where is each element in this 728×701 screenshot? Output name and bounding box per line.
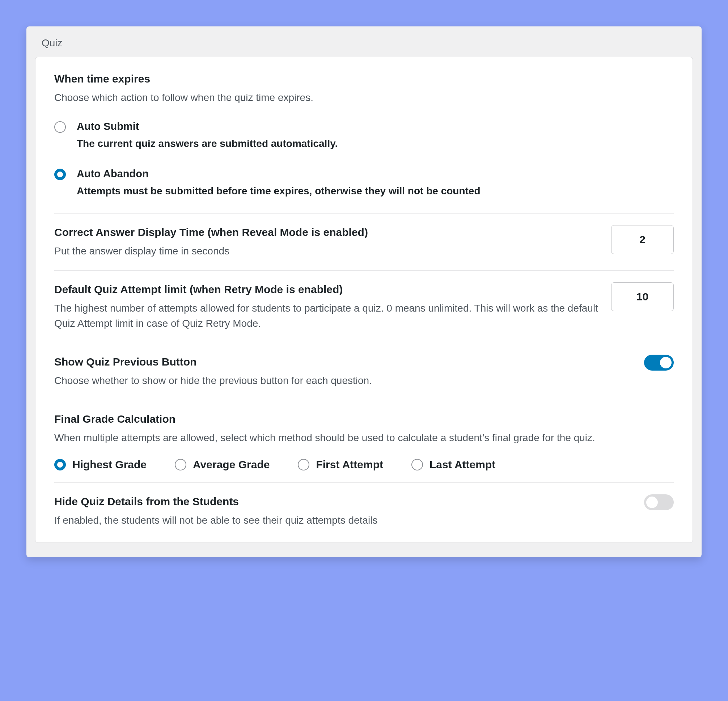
radio-label: First Attempt	[316, 458, 383, 471]
attempt-limit-title: Default Quiz Attempt limit (when Retry M…	[54, 282, 599, 296]
quiz-settings-panel: Quiz When time expires Choose which acti…	[26, 26, 702, 557]
time-expires-options: Auto Submit The current quiz answers are…	[54, 120, 674, 202]
settings-card: When time expires Choose which action to…	[35, 57, 693, 543]
radio-auto-submit[interactable]: Auto Submit The current quiz answers are…	[54, 120, 674, 150]
radio-average-grade[interactable]: Average Grade	[175, 458, 270, 471]
radio-first-attempt[interactable]: First Attempt	[298, 458, 383, 471]
radio-icon	[54, 459, 66, 470]
time-expires-desc: Choose which action to follow when the q…	[54, 90, 674, 105]
radio-icon	[412, 459, 423, 470]
prev-button-desc: Choose whether to show or hide the previ…	[54, 373, 633, 388]
section-final-grade: Final Grade Calculation When multiple at…	[54, 400, 674, 483]
attempt-limit-desc: The highest number of attempts allowed f…	[54, 301, 599, 331]
radio-label: Auto Abandon	[77, 167, 481, 181]
prev-button-title: Show Quiz Previous Button	[54, 355, 633, 369]
radio-icon	[175, 459, 186, 470]
radio-label: Last Attempt	[429, 458, 495, 471]
radio-label: Highest Grade	[72, 458, 147, 471]
final-grade-title: Final Grade Calculation	[54, 412, 674, 426]
display-time-title: Correct Answer Display Time (when Reveal…	[54, 225, 599, 239]
section-hide-details: Hide Quiz Details from the Students If e…	[54, 483, 674, 528]
radio-desc: Attempts must be submitted before time e…	[77, 184, 481, 198]
attempt-limit-input[interactable]	[611, 282, 674, 311]
hide-details-toggle[interactable]	[644, 494, 674, 510]
section-time-expires: When time expires Choose which action to…	[54, 72, 674, 214]
final-grade-desc: When multiple attempts are allowed, sele…	[54, 430, 674, 445]
toggle-knob	[646, 497, 658, 508]
display-time-input[interactable]	[611, 225, 674, 254]
toggle-knob	[660, 357, 672, 369]
section-prev-button: Show Quiz Previous Button Choose whether…	[54, 343, 674, 400]
radio-auto-abandon[interactable]: Auto Abandon Attempts must be submitted …	[54, 167, 674, 198]
time-expires-title: When time expires	[54, 72, 674, 86]
radio-label: Average Grade	[193, 458, 270, 471]
radio-icon	[298, 459, 309, 470]
display-time-desc: Put the answer display time in seconds	[54, 244, 599, 259]
prev-button-toggle[interactable]	[644, 355, 674, 371]
radio-label: Auto Submit	[77, 120, 338, 133]
radio-icon	[54, 169, 66, 180]
section-display-time: Correct Answer Display Time (when Reveal…	[54, 214, 674, 271]
radio-last-attempt[interactable]: Last Attempt	[412, 458, 495, 471]
radio-desc: The current quiz answers are submitted a…	[77, 136, 338, 150]
hide-details-title: Hide Quiz Details from the Students	[54, 494, 633, 509]
radio-icon	[54, 121, 66, 133]
hide-details-desc: If enabled, the students will not be abl…	[54, 513, 633, 528]
panel-title: Quiz	[35, 37, 693, 49]
section-attempt-limit: Default Quiz Attempt limit (when Retry M…	[54, 271, 674, 343]
final-grade-options: Highest Grade Average Grade First Attemp…	[54, 458, 674, 471]
radio-highest-grade[interactable]: Highest Grade	[54, 458, 147, 471]
